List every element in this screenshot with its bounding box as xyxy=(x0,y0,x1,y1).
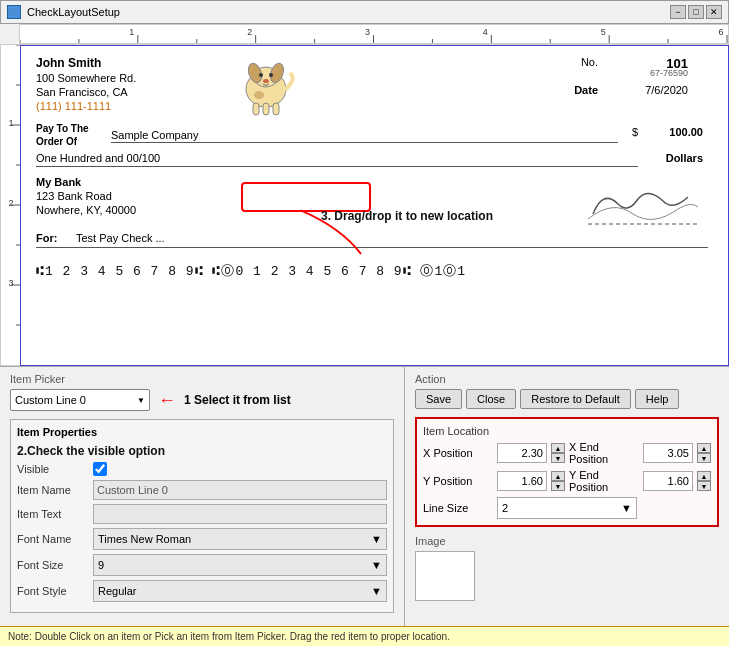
font-style-arrow-icon: ▼ xyxy=(371,585,382,597)
check-date: 7/6/2020 xyxy=(645,84,688,96)
help-button[interactable]: Help xyxy=(635,389,680,409)
font-name-dropdown[interactable]: Times New Roman ▼ xyxy=(93,528,387,550)
font-size-row: Font Size 9 ▼ xyxy=(17,554,387,576)
svg-text:1: 1 xyxy=(129,27,134,37)
font-size-label: Font Size xyxy=(17,559,87,571)
status-bar: Note: Double Click on an item or Pick an… xyxy=(0,626,729,646)
y-end-label: Y End Position xyxy=(569,469,639,493)
close-button[interactable]: Close xyxy=(466,389,516,409)
for-label: For: xyxy=(36,232,57,244)
step1-annotation: 1 Select it from list xyxy=(184,393,291,407)
item-text-label: Item Text xyxy=(17,508,87,520)
visible-row: Visible xyxy=(17,462,387,476)
y-pos-down-icon[interactable]: ▼ xyxy=(551,481,565,491)
location-grid: X Position ▲ ▼ X End Position ▲ ▼ xyxy=(423,441,711,493)
payto-amount: 100.00 xyxy=(669,126,703,138)
ruler-top: 1 2 3 4 5 6 xyxy=(20,24,729,44)
font-style-value: Regular xyxy=(98,585,137,597)
check-no-label: No. xyxy=(581,56,598,68)
step3-annotation: 3. Drag/drop it to new location xyxy=(321,209,493,223)
x-end-down-icon[interactable]: ▼ xyxy=(697,453,711,463)
payto-dollar: $ xyxy=(632,126,638,138)
x-end-label: X End Position xyxy=(569,441,639,465)
x-pos-down-icon[interactable]: ▼ xyxy=(551,453,565,463)
font-size-arrow-icon: ▼ xyxy=(371,559,382,571)
y-end-input[interactable] xyxy=(643,471,693,491)
app-icon xyxy=(7,5,21,19)
line-size-arrow-icon: ▼ xyxy=(621,502,632,514)
x-end-spinner[interactable]: ▲ ▼ xyxy=(697,443,711,463)
x-pos-spinner[interactable]: ▲ ▼ xyxy=(551,443,565,463)
item-name-label: Item Name xyxy=(17,484,87,496)
bank-addr1: 123 Bank Road xyxy=(36,190,112,202)
item-text-input[interactable] xyxy=(93,504,387,524)
y-end-down-icon[interactable]: ▼ xyxy=(697,481,711,491)
svg-text:3: 3 xyxy=(8,278,13,288)
check-phone: (111) 111-1111 xyxy=(36,100,111,112)
svg-point-38 xyxy=(263,79,269,83)
x-end-row: X End Position ▲ ▼ xyxy=(569,441,711,465)
x-pos-input[interactable] xyxy=(497,443,547,463)
signature-area xyxy=(583,179,703,229)
font-name-arrow-icon: ▼ xyxy=(371,533,382,545)
save-button[interactable]: Save xyxy=(415,389,462,409)
micr-line: ⑆1 2 3 4 5 6 7 8 9⑆ ⑆⓪0 1 2 3 4 5 6 7 8 … xyxy=(36,262,466,280)
y-end-spinner[interactable]: ▲ ▼ xyxy=(697,471,711,491)
amount-words: One Hundred and 00/100 xyxy=(36,152,160,164)
restore-default-button[interactable]: Restore to Default xyxy=(520,389,631,409)
svg-text:6: 6 xyxy=(719,27,724,37)
check-logo xyxy=(231,59,301,119)
step1-arrow-icon: ← xyxy=(158,390,176,411)
y-end-up-icon[interactable]: ▲ xyxy=(697,471,711,481)
custom-line-rect[interactable] xyxy=(241,182,371,212)
svg-text:2: 2 xyxy=(247,27,252,37)
window-controls[interactable]: − □ ✕ xyxy=(670,5,722,19)
memo-text: Test Pay Check ... xyxy=(76,232,165,244)
svg-rect-41 xyxy=(263,103,269,115)
y-pos-spinner[interactable]: ▲ ▼ xyxy=(551,471,565,491)
x-pos-row: X Position ▲ ▼ xyxy=(423,441,565,465)
line-size-row: Line Size 2 ▼ xyxy=(423,497,711,519)
right-panel: Action Save Close Restore to Default Hel… xyxy=(405,367,729,626)
dropdown-arrow-icon: ▼ xyxy=(137,396,145,405)
item-text-row: Item Text xyxy=(17,504,387,524)
x-end-up-icon[interactable]: ▲ xyxy=(697,443,711,453)
item-name-input[interactable] xyxy=(93,480,387,500)
font-style-label: Font Style xyxy=(17,585,87,597)
x-pos-up-icon[interactable]: ▲ xyxy=(551,443,565,453)
ruler-corner xyxy=(0,24,20,44)
font-style-row: Font Style Regular ▼ xyxy=(17,580,387,602)
visible-label: Visible xyxy=(17,463,87,475)
close-button[interactable]: ✕ xyxy=(706,5,722,19)
ruler-left: 1 2 3 xyxy=(0,45,20,366)
svg-text:5: 5 xyxy=(601,27,606,37)
restore-button[interactable]: □ xyxy=(688,5,704,19)
font-style-dropdown[interactable]: Regular ▼ xyxy=(93,580,387,602)
font-size-dropdown[interactable]: 9 ▼ xyxy=(93,554,387,576)
x-end-input[interactable] xyxy=(643,443,693,463)
action-label: Action xyxy=(415,373,719,385)
minimize-button[interactable]: − xyxy=(670,5,686,19)
font-name-label: Font Name xyxy=(17,533,87,545)
svg-text:1: 1 xyxy=(8,118,13,128)
check-name: John Smith xyxy=(36,56,101,70)
item-picker-dropdown[interactable]: Custom Line 0 ▼ xyxy=(10,389,150,411)
image-preview xyxy=(415,551,475,601)
line-size-dropdown[interactable]: 2 ▼ xyxy=(497,497,637,519)
line-size-label: Line Size xyxy=(423,502,493,514)
svg-text:2: 2 xyxy=(8,198,13,208)
y-pos-row: Y Position ▲ ▼ xyxy=(423,469,565,493)
y-pos-input[interactable] xyxy=(497,471,547,491)
memo-line xyxy=(36,247,708,248)
visible-checkbox[interactable] xyxy=(93,462,107,476)
svg-text:3: 3 xyxy=(365,27,370,37)
item-name-row: Item Name xyxy=(17,480,387,500)
status-text: Note: Double Click on an item or Pick an… xyxy=(8,631,450,642)
image-label: Image xyxy=(415,535,719,547)
y-pos-up-icon[interactable]: ▲ xyxy=(551,471,565,481)
check-addr1: 100 Somewhere Rd. xyxy=(36,72,136,84)
amount-line xyxy=(36,166,638,167)
step2-annotation: 2.Check the visible option xyxy=(17,444,387,458)
font-name-value: Times New Roman xyxy=(98,533,191,545)
svg-point-39 xyxy=(254,91,264,99)
